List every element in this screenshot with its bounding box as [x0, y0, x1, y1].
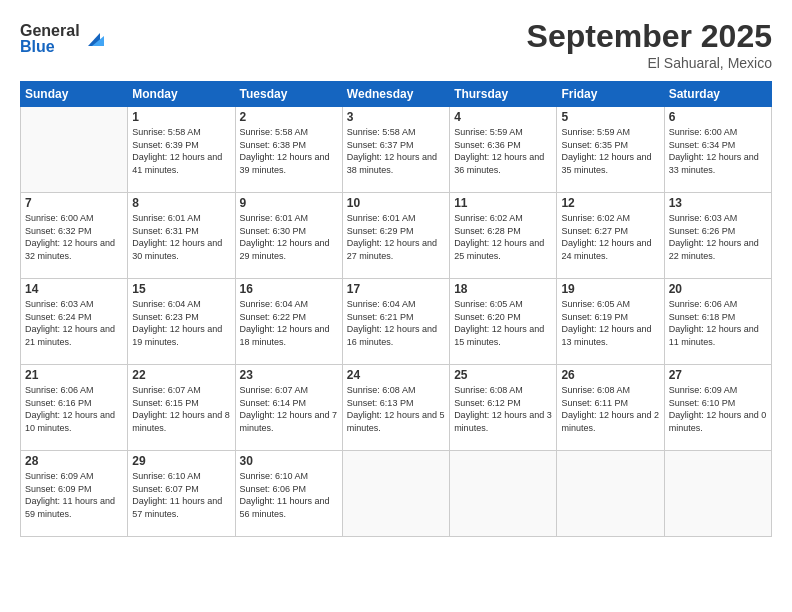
day-info: Sunrise: 6:09 AMSunset: 6:09 PMDaylight:…	[25, 470, 123, 520]
calendar-day-cell: 8Sunrise: 6:01 AMSunset: 6:31 PMDaylight…	[128, 193, 235, 279]
day-number: 20	[669, 282, 767, 296]
day-number: 6	[669, 110, 767, 124]
calendar-day-cell: 19Sunrise: 6:05 AMSunset: 6:19 PMDayligh…	[557, 279, 664, 365]
day-number: 22	[132, 368, 230, 382]
calendar-week-row: 14Sunrise: 6:03 AMSunset: 6:24 PMDayligh…	[21, 279, 772, 365]
day-info: Sunrise: 6:01 AMSunset: 6:30 PMDaylight:…	[240, 212, 338, 262]
day-number: 30	[240, 454, 338, 468]
calendar-day-cell	[450, 451, 557, 537]
day-number: 7	[25, 196, 123, 210]
day-info: Sunrise: 6:07 AMSunset: 6:14 PMDaylight:…	[240, 384, 338, 434]
calendar-day-cell: 27Sunrise: 6:09 AMSunset: 6:10 PMDayligh…	[664, 365, 771, 451]
day-number: 25	[454, 368, 552, 382]
calendar-day-cell: 9Sunrise: 6:01 AMSunset: 6:30 PMDaylight…	[235, 193, 342, 279]
logo-text: General Blue	[20, 18, 110, 62]
day-info: Sunrise: 6:00 AMSunset: 6:34 PMDaylight:…	[669, 126, 767, 176]
calendar-day-cell: 3Sunrise: 5:58 AMSunset: 6:37 PMDaylight…	[342, 107, 449, 193]
day-number: 10	[347, 196, 445, 210]
calendar-header-sunday: Sunday	[21, 82, 128, 107]
calendar-header-friday: Friday	[557, 82, 664, 107]
calendar-day-cell: 11Sunrise: 6:02 AMSunset: 6:28 PMDayligh…	[450, 193, 557, 279]
day-info: Sunrise: 5:59 AMSunset: 6:35 PMDaylight:…	[561, 126, 659, 176]
calendar-header-monday: Monday	[128, 82, 235, 107]
day-number: 17	[347, 282, 445, 296]
day-info: Sunrise: 6:03 AMSunset: 6:24 PMDaylight:…	[25, 298, 123, 348]
day-number: 12	[561, 196, 659, 210]
calendar-day-cell: 10Sunrise: 6:01 AMSunset: 6:29 PMDayligh…	[342, 193, 449, 279]
day-info: Sunrise: 6:02 AMSunset: 6:27 PMDaylight:…	[561, 212, 659, 262]
calendar-week-row: 21Sunrise: 6:06 AMSunset: 6:16 PMDayligh…	[21, 365, 772, 451]
calendar-header-row: SundayMondayTuesdayWednesdayThursdayFrid…	[21, 82, 772, 107]
day-info: Sunrise: 6:06 AMSunset: 6:16 PMDaylight:…	[25, 384, 123, 434]
day-number: 8	[132, 196, 230, 210]
header: General Blue September 2025 El Sahuaral,…	[20, 18, 772, 71]
calendar-day-cell: 7Sunrise: 6:00 AMSunset: 6:32 PMDaylight…	[21, 193, 128, 279]
calendar-day-cell	[557, 451, 664, 537]
day-info: Sunrise: 6:01 AMSunset: 6:29 PMDaylight:…	[347, 212, 445, 262]
calendar-day-cell	[664, 451, 771, 537]
svg-text:Blue: Blue	[20, 38, 55, 55]
calendar-week-row: 7Sunrise: 6:00 AMSunset: 6:32 PMDaylight…	[21, 193, 772, 279]
day-number: 4	[454, 110, 552, 124]
day-info: Sunrise: 5:58 AMSunset: 6:39 PMDaylight:…	[132, 126, 230, 176]
day-number: 15	[132, 282, 230, 296]
calendar-day-cell: 24Sunrise: 6:08 AMSunset: 6:13 PMDayligh…	[342, 365, 449, 451]
calendar-day-cell	[21, 107, 128, 193]
day-info: Sunrise: 6:05 AMSunset: 6:20 PMDaylight:…	[454, 298, 552, 348]
calendar-week-row: 28Sunrise: 6:09 AMSunset: 6:09 PMDayligh…	[21, 451, 772, 537]
day-number: 28	[25, 454, 123, 468]
calendar-table: SundayMondayTuesdayWednesdayThursdayFrid…	[20, 81, 772, 537]
day-number: 1	[132, 110, 230, 124]
calendar-day-cell: 12Sunrise: 6:02 AMSunset: 6:27 PMDayligh…	[557, 193, 664, 279]
day-number: 3	[347, 110, 445, 124]
calendar-header-thursday: Thursday	[450, 82, 557, 107]
day-info: Sunrise: 6:05 AMSunset: 6:19 PMDaylight:…	[561, 298, 659, 348]
day-number: 2	[240, 110, 338, 124]
day-number: 29	[132, 454, 230, 468]
calendar-day-cell: 4Sunrise: 5:59 AMSunset: 6:36 PMDaylight…	[450, 107, 557, 193]
day-number: 27	[669, 368, 767, 382]
calendar-day-cell: 22Sunrise: 6:07 AMSunset: 6:15 PMDayligh…	[128, 365, 235, 451]
day-info: Sunrise: 6:10 AMSunset: 6:06 PMDaylight:…	[240, 470, 338, 520]
day-info: Sunrise: 6:10 AMSunset: 6:07 PMDaylight:…	[132, 470, 230, 520]
svg-text:General: General	[20, 22, 80, 39]
month-title: September 2025	[527, 18, 772, 55]
day-number: 18	[454, 282, 552, 296]
calendar-header-saturday: Saturday	[664, 82, 771, 107]
calendar-day-cell: 16Sunrise: 6:04 AMSunset: 6:22 PMDayligh…	[235, 279, 342, 365]
calendar-header-tuesday: Tuesday	[235, 82, 342, 107]
calendar-day-cell: 17Sunrise: 6:04 AMSunset: 6:21 PMDayligh…	[342, 279, 449, 365]
day-info: Sunrise: 6:09 AMSunset: 6:10 PMDaylight:…	[669, 384, 767, 434]
calendar-day-cell: 15Sunrise: 6:04 AMSunset: 6:23 PMDayligh…	[128, 279, 235, 365]
day-info: Sunrise: 5:58 AMSunset: 6:37 PMDaylight:…	[347, 126, 445, 176]
calendar-day-cell: 30Sunrise: 6:10 AMSunset: 6:06 PMDayligh…	[235, 451, 342, 537]
day-info: Sunrise: 6:00 AMSunset: 6:32 PMDaylight:…	[25, 212, 123, 262]
day-info: Sunrise: 6:08 AMSunset: 6:12 PMDaylight:…	[454, 384, 552, 434]
day-info: Sunrise: 6:06 AMSunset: 6:18 PMDaylight:…	[669, 298, 767, 348]
day-info: Sunrise: 6:08 AMSunset: 6:11 PMDaylight:…	[561, 384, 659, 434]
calendar-day-cell: 6Sunrise: 6:00 AMSunset: 6:34 PMDaylight…	[664, 107, 771, 193]
logo: General Blue	[20, 18, 110, 62]
day-number: 24	[347, 368, 445, 382]
calendar-week-row: 1Sunrise: 5:58 AMSunset: 6:39 PMDaylight…	[21, 107, 772, 193]
day-number: 16	[240, 282, 338, 296]
calendar-day-cell: 5Sunrise: 5:59 AMSunset: 6:35 PMDaylight…	[557, 107, 664, 193]
day-info: Sunrise: 6:04 AMSunset: 6:23 PMDaylight:…	[132, 298, 230, 348]
day-info: Sunrise: 6:01 AMSunset: 6:31 PMDaylight:…	[132, 212, 230, 262]
calendar-day-cell: 21Sunrise: 6:06 AMSunset: 6:16 PMDayligh…	[21, 365, 128, 451]
day-number: 11	[454, 196, 552, 210]
calendar-day-cell: 25Sunrise: 6:08 AMSunset: 6:12 PMDayligh…	[450, 365, 557, 451]
day-info: Sunrise: 5:58 AMSunset: 6:38 PMDaylight:…	[240, 126, 338, 176]
day-number: 21	[25, 368, 123, 382]
day-number: 5	[561, 110, 659, 124]
calendar-day-cell: 18Sunrise: 6:05 AMSunset: 6:20 PMDayligh…	[450, 279, 557, 365]
day-info: Sunrise: 6:04 AMSunset: 6:22 PMDaylight:…	[240, 298, 338, 348]
calendar-header-wednesday: Wednesday	[342, 82, 449, 107]
day-number: 19	[561, 282, 659, 296]
title-block: September 2025 El Sahuaral, Mexico	[527, 18, 772, 71]
day-number: 23	[240, 368, 338, 382]
day-info: Sunrise: 6:02 AMSunset: 6:28 PMDaylight:…	[454, 212, 552, 262]
calendar-day-cell: 1Sunrise: 5:58 AMSunset: 6:39 PMDaylight…	[128, 107, 235, 193]
calendar-day-cell	[342, 451, 449, 537]
calendar-day-cell: 20Sunrise: 6:06 AMSunset: 6:18 PMDayligh…	[664, 279, 771, 365]
